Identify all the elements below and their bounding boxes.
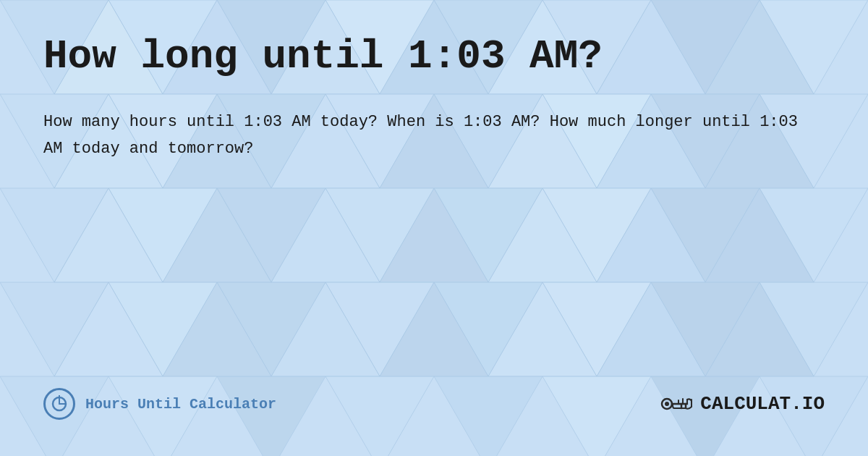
svg-point-81 [665, 402, 669, 406]
clock-icon [43, 388, 75, 420]
page-footer: Hours Until Calculator CALCULAT.IO [43, 388, 825, 427]
brand-name: Hours Until Calculator [85, 396, 276, 413]
brand-section: Hours Until Calculator [43, 388, 276, 420]
svg-point-77 [53, 397, 66, 410]
logo-text: CALCULAT.IO [700, 393, 825, 415]
page-title: How long until 1:03 AM? [43, 35, 825, 80]
page-description: How many hours until 1:03 AM today? When… [43, 109, 810, 163]
calculat-logo-icon [660, 389, 696, 418]
logo-section: CALCULAT.IO [660, 389, 825, 418]
